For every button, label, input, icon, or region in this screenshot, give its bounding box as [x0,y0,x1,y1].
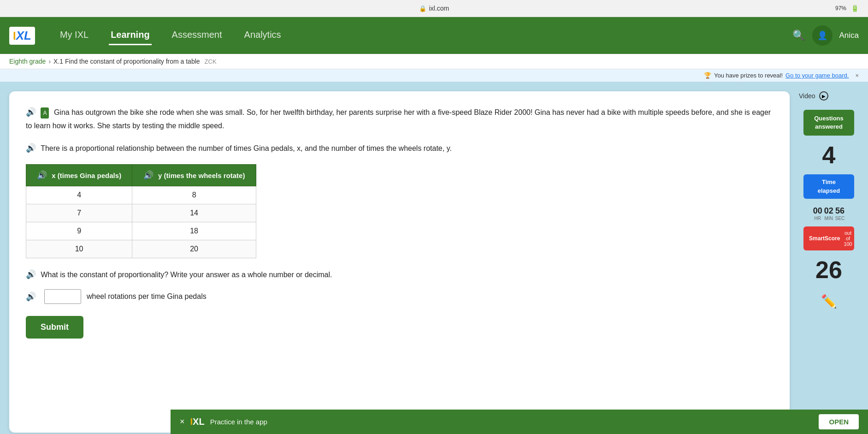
table-row: 7 14 [26,204,256,222]
game-board-link[interactable]: Go to your game board. [785,72,849,79]
bottom-banner: × IXL Practice in the app OPEN [171,410,868,434]
nav-right: 🔍 👤 Anica [792,25,859,46]
user-avatar-button[interactable]: 👤 [812,25,833,46]
audio-icon-2[interactable]: 🔊 [26,141,36,155]
content-card: 🔊 A Gina has outgrown the bike she rode … [9,91,790,433]
answer-row: 🔊 wheel rotations per time Gina pedals [26,289,773,304]
open-app-button[interactable]: OPEN [819,414,859,429]
smartscore-button[interactable]: SmartScore out of 100 [803,226,854,250]
battery-icon: 🔋 [851,5,859,12]
prize-close-button[interactable]: × [855,72,859,79]
edit-button[interactable]: ✏️ [821,294,837,309]
paragraph2-container: 🔊 There is a proportional relationship b… [26,141,773,155]
translate-icon[interactable]: A [41,107,49,119]
video-section: Video ▶ [799,91,828,101]
table-row: 4 8 [26,186,256,204]
table-cell-x1: 4 [26,186,132,204]
nav-assessment[interactable]: Assessment [170,26,224,45]
table-cell-y3: 18 [132,222,256,240]
table-cell-y1: 8 [132,186,256,204]
table-cell-x2: 7 [26,204,132,222]
nav-my-ixl[interactable]: My IXL [58,26,90,45]
submit-button[interactable]: Submit [26,316,83,339]
prize-banner: 🏆 You have prizes to reveal! Go to your … [0,69,868,82]
time-elapsed-button[interactable]: Time elapsed [803,174,854,198]
logo[interactable]: IXL [9,27,35,45]
questions-count: 4 [822,141,836,169]
time-hr-label: HR [813,216,822,221]
right-sidebar: Video ▶ Questions answered 4 Time elapse… [799,91,859,433]
time-min-label: MIN [824,216,833,221]
paragraph1-container: 🔊 A Gina has outgrown the bike she rode … [26,105,773,132]
audio-icon-answer[interactable]: 🔊 [26,291,36,302]
breadcrumb: Eighth grade › X.1 Find the constant of … [0,54,868,69]
video-label: Video [799,92,815,100]
battery-text: 97% [835,5,846,12]
table-col1-header: 🔊 x (times Gina pedals) [26,165,132,186]
lock-icon: 🔒 [419,5,426,12]
video-play-button[interactable]: ▶ [819,91,828,101]
audio-icon-1[interactable]: 🔊 [26,105,36,119]
nav-learning[interactable]: Learning [109,26,151,45]
breadcrumb-separator: › [48,58,51,65]
time-sec: 56 [835,206,845,216]
nav-links: My IXL Learning Assessment Analytics [58,26,283,45]
time-display: 00 HR 02 MIN 56 SEC [813,206,845,221]
prize-text: You have prizes to reveal! [714,72,783,79]
url-text: ixl.com [429,5,449,12]
audio-icon-table-col2[interactable]: 🔊 [143,170,154,180]
paragraph2-text: 🔊 There is a proportional relationship b… [26,141,773,155]
table-col2-header: 🔊 y (times the wheels rotate) [132,165,256,186]
paragraph1-text: 🔊 A Gina has outgrown the bike she rode … [26,105,773,132]
search-button[interactable]: 🔍 [792,30,805,42]
question-text: 🔊 What is the constant of proportionalit… [26,268,773,282]
answer-input[interactable] [44,289,81,304]
breadcrumb-skill: X.1 Find the constant of proportionality… [53,58,200,65]
time-min: 02 [824,206,833,216]
main-area: 🔊 A Gina has outgrown the bike she rode … [0,82,868,434]
trophy-icon: 🏆 [704,72,711,79]
table-cell-y2: 14 [132,204,256,222]
bottom-banner-text: Practice in the app [210,418,267,426]
table-cell-y4: 20 [132,240,256,258]
table-cell-x4: 10 [26,240,132,258]
time-hr: 00 [813,206,822,216]
questions-answered-button[interactable]: Questions answered [803,110,854,136]
proportionality-table: 🔊 x (times Gina pedals) 🔊 y (times the w… [26,164,256,258]
audio-icon-table-col1[interactable]: 🔊 [37,170,47,180]
bottom-close-button[interactable]: × [180,417,185,427]
smartscore-value: 26 [815,256,842,284]
navbar: IXL My IXL Learning Assessment Analytics… [0,17,868,54]
nav-analytics[interactable]: Analytics [242,26,283,45]
bottom-banner-left: × IXL Practice in the app [180,416,267,427]
table-cell-x3: 9 [26,222,132,240]
table-row: 9 18 [26,222,256,240]
breadcrumb-grade[interactable]: Eighth grade [9,58,46,65]
audio-icon-question[interactable]: 🔊 [26,268,36,282]
skill-code: ZCK [205,58,217,65]
time-sec-label: SEC [835,216,845,221]
table-row: 10 20 [26,240,256,258]
user-name[interactable]: Anica [839,31,859,40]
answer-suffix-label: wheel rotations per time Gina pedals [87,292,207,301]
